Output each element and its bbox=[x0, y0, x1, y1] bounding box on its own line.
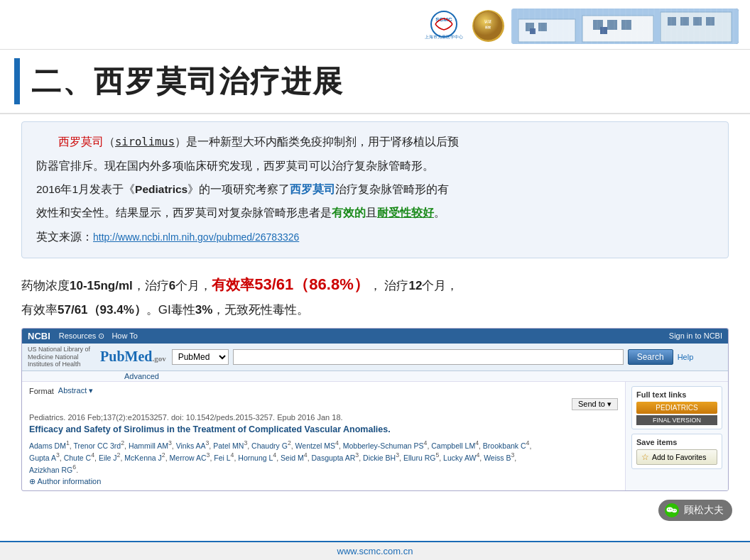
svg-rect-20 bbox=[706, 17, 714, 26]
author-merrow[interactable]: Merrow AC bbox=[170, 453, 207, 461]
paragraph2: 2016年1月发表于《Pediatrics》的一项研究考察了西罗莫司治疗复杂脉管… bbox=[36, 180, 714, 199]
author-wentzel[interactable]: Wentzel MS bbox=[295, 441, 335, 449]
author-chute[interactable]: Chute C bbox=[64, 453, 92, 461]
stats-line1: 药物浓度10-15ng/ml，治疗6个月，有效率53/61（86.8%）， 治疗… bbox=[21, 270, 729, 300]
wechat-icon bbox=[664, 503, 680, 518]
pediatrics-btn[interactable]: PEDIATRICS bbox=[636, 402, 717, 414]
source-line: 英文来源：http://www.ncbi.nlm.nih.gov/pubmed/… bbox=[36, 227, 714, 246]
ncbi-format-row: Format Abstract ▾ bbox=[29, 386, 618, 395]
ncbi-sidebar: Full text links PEDIATRICS FINAL VERSION… bbox=[625, 382, 728, 490]
paragraph1-line2: 防器官排斥。现在国内外多项临床研究发现，西罗莫司可以治疗复杂脉管畸形。 bbox=[36, 156, 714, 175]
svg-point-0 bbox=[431, 11, 457, 37]
author-brookbank[interactable]: Brookbank C bbox=[483, 441, 526, 449]
author-hornung[interactable]: Hornung L bbox=[238, 453, 273, 461]
author-azizkhan[interactable]: Azizkhan RG bbox=[29, 465, 72, 473]
page-title: 二、西罗莫司治疗进展 bbox=[31, 62, 344, 101]
ncbi-resources-link[interactable]: Resources ⊙ bbox=[59, 331, 105, 341]
ncbi-citation: Pediatrics. 2016 Feb;137(2):e20153257. d… bbox=[29, 413, 618, 422]
svg-rect-12 bbox=[593, 20, 603, 30]
author-eile[interactable]: Eile J bbox=[99, 453, 117, 461]
footer: www.scmc.com.cn bbox=[0, 541, 750, 560]
ncbi-advanced-link[interactable]: Advanced bbox=[124, 372, 159, 380]
author-patel[interactable]: Patel MN bbox=[213, 441, 244, 449]
title-bar-decoration bbox=[14, 58, 20, 104]
svg-text:认证: 认证 bbox=[484, 19, 492, 23]
paragraph2-line2: 效性和安全性。结果显示，西罗莫司对复杂脉管畸形患者是有效的且耐受性较好。 bbox=[36, 203, 714, 222]
ncbi-howto-link[interactable]: How To bbox=[112, 331, 137, 341]
ncbi-send-row: Send to ▾ bbox=[29, 398, 618, 410]
svg-rect-14 bbox=[621, 20, 631, 30]
ncbi-article-title-link[interactable]: Efficacy and Safety of Sirolimus in the … bbox=[29, 424, 618, 437]
save-items-box: Save items ☆ Add to Favorites bbox=[631, 434, 722, 469]
svg-point-26 bbox=[673, 510, 674, 510]
stats-block: 药物浓度10-15ng/ml，治疗6个月，有效率53/61（86.8%）， 治疗… bbox=[21, 264, 729, 325]
svg-rect-16 bbox=[661, 12, 732, 42]
ncbi-nav: US National Library of Medicine National… bbox=[22, 344, 728, 371]
svg-rect-18 bbox=[680, 17, 689, 26]
ncbi-signin-link[interactable]: Sign in to NCBI bbox=[669, 331, 722, 340]
ncbi-send-button[interactable]: Send to ▾ bbox=[572, 398, 618, 410]
author-lucky[interactable]: Lucky AW bbox=[443, 453, 476, 461]
pubmed-link[interactable]: http://www.ncbi.nlm.nih.gov/pubmed/26783… bbox=[93, 231, 299, 243]
svg-rect-19 bbox=[693, 17, 702, 26]
author-mobberley[interactable]: Mobberley-Schuman PS bbox=[343, 441, 424, 449]
author-chaudry[interactable]: Chaudry G bbox=[251, 441, 288, 449]
author-gupta[interactable]: Gupta A bbox=[29, 453, 56, 461]
final-version-badge: FINAL VERSION bbox=[636, 415, 717, 425]
ncbi-search-button[interactable]: Search bbox=[628, 349, 673, 365]
svg-rect-9 bbox=[538, 23, 547, 31]
stats-line2: 有效率57/61（93.4%）。GI毒性3%，无致死性毒性。 bbox=[21, 299, 729, 322]
author-dasgupta[interactable]: Dasgupta AR bbox=[311, 453, 355, 461]
svg-rect-8 bbox=[526, 23, 534, 31]
author-trenor[interactable]: Trenor CC 3rd bbox=[73, 441, 121, 449]
svg-rect-10 bbox=[530, 28, 536, 34]
ncbi-database-select[interactable]: PubMed bbox=[172, 349, 229, 365]
author-seid[interactable]: Seid M bbox=[281, 453, 304, 461]
svg-point-22 bbox=[667, 507, 673, 512]
svg-text:上海市儿童医学中心: 上海市儿童医学中心 bbox=[425, 34, 463, 39]
svg-rect-7 bbox=[518, 19, 575, 42]
ncbi-author-info-toggle[interactable]: ⊕ Author information bbox=[29, 477, 618, 486]
format-label: Format bbox=[29, 387, 54, 395]
svg-rect-17 bbox=[668, 17, 676, 26]
p1-prefix: 西罗莫司（sirolimus）是一种新型大环内酯类免疫抑制剂，用于肾移植以后预 bbox=[36, 136, 459, 148]
author-vinks[interactable]: Vinks AA bbox=[176, 441, 206, 449]
pubmed-logo: PubMed.gov bbox=[100, 348, 166, 365]
author-fei[interactable]: Fei L bbox=[214, 453, 230, 461]
add-favorites-label: Add to Favorites bbox=[652, 453, 706, 461]
header: SCMC 上海市儿童医学中心 认证 医院 bbox=[0, 0, 750, 50]
ncbi-search-row: PubMed Search Help bbox=[172, 349, 722, 365]
author-hammill[interactable]: Hammill AM bbox=[129, 441, 168, 449]
author-elluru[interactable]: Elluru RG bbox=[403, 453, 436, 461]
author-weiss[interactable]: Weiss B bbox=[484, 453, 511, 461]
wechat-label: 顾松大夫 bbox=[684, 504, 724, 517]
ncbi-topbar: NCBI Resources ⊙ How To Sign in to NCBI bbox=[22, 329, 728, 344]
save-items-title: Save items bbox=[636, 438, 717, 446]
hospital-photo-icon bbox=[511, 9, 739, 44]
star-icon: ☆ bbox=[641, 452, 649, 462]
svg-point-27 bbox=[675, 510, 675, 510]
ncbi-toplinks: Resources ⊙ How To bbox=[59, 331, 661, 341]
ncbi-main-content: Format Abstract ▾ Send to ▾ Pediatrics. … bbox=[22, 382, 625, 490]
footer-website: www.scmc.com.cn bbox=[337, 546, 413, 556]
svg-rect-13 bbox=[607, 20, 617, 30]
intro-text-block: 西罗莫司（sirolimus）是一种新型大环内酯类免疫抑制剂，用于肾移植以后预 … bbox=[21, 121, 729, 258]
format-select[interactable]: Abstract ▾ bbox=[58, 386, 93, 395]
ncbi-lib-info: US National Library of Medicine National… bbox=[28, 346, 90, 368]
content-area: 西罗莫司（sirolimus）是一种新型大环内酯类免疫抑制剂，用于肾移植以后预 … bbox=[0, 114, 750, 497]
add-to-favorites-button[interactable]: ☆ Add to Favorites bbox=[636, 449, 717, 465]
svg-point-23 bbox=[672, 509, 677, 513]
ncbi-search-input[interactable] bbox=[233, 349, 624, 365]
svg-point-25 bbox=[670, 509, 672, 510]
ncbi-brand: NCBI bbox=[28, 331, 50, 341]
author-dickie[interactable]: Dickie BH bbox=[363, 453, 396, 461]
ncbi-body: Format Abstract ▾ Send to ▾ Pediatrics. … bbox=[22, 382, 728, 490]
ncbi-embed: NCBI Resources ⊙ How To Sign in to NCBI … bbox=[21, 328, 729, 491]
author-mckenna[interactable]: McKenna J bbox=[124, 453, 162, 461]
author-adams[interactable]: Adams DM bbox=[29, 441, 66, 449]
ncbi-advanced-row: Advanced bbox=[22, 371, 728, 382]
title-section: 二、西罗莫司治疗进展 bbox=[0, 50, 750, 114]
author-campbell[interactable]: Campbell LM bbox=[431, 441, 475, 449]
ncbi-help-link[interactable]: Help bbox=[678, 353, 694, 361]
full-text-links-box: Full text links PEDIATRICS FINAL VERSION bbox=[631, 386, 722, 429]
